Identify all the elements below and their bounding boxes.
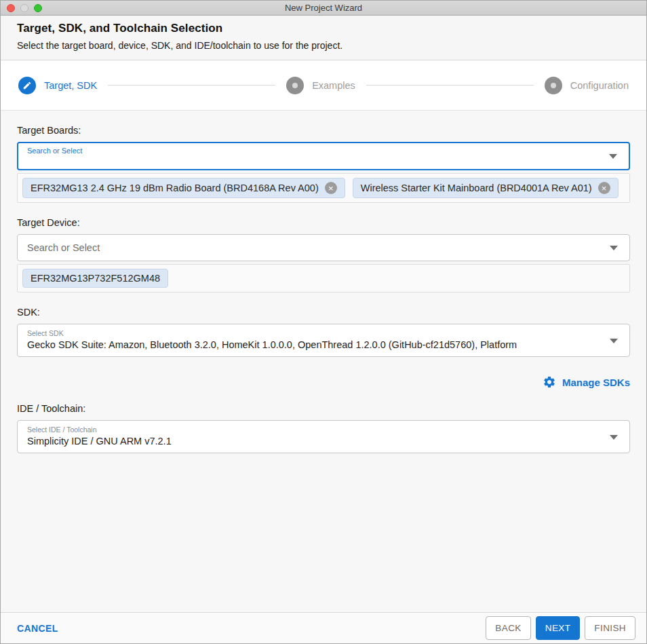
chevron-down-icon[interactable] <box>610 246 618 250</box>
step-connector <box>108 85 275 86</box>
close-window-icon[interactable] <box>7 4 15 12</box>
target-device-select[interactable]: Search or Select <box>17 234 630 261</box>
wizard-stepper: Target, SDK Examples Configuration <box>1 60 646 111</box>
device-chip[interactable]: EFR32MG13P732F512GM48 <box>22 269 168 288</box>
step-label: Target, SDK <box>44 80 97 91</box>
target-boards-label: Target Boards: <box>17 125 630 136</box>
chip-label: Wireless Starter Kit Mainboard (BRD4001A… <box>361 183 592 193</box>
step-label: Examples <box>312 80 355 91</box>
gear-icon <box>543 375 556 389</box>
remove-chip-icon[interactable]: × <box>598 182 610 194</box>
ide-toolchain-select[interactable]: Select IDE / Toolchain Simplicity IDE / … <box>17 420 630 453</box>
step-dot-icon <box>286 77 304 94</box>
finish-button[interactable]: FINISH <box>585 616 635 640</box>
chip-label: EFR32MG13 2.4 GHz 19 dBm Radio Board (BR… <box>31 183 319 193</box>
wizard-footer: CANCEL BACK NEXT FINISH <box>1 612 646 643</box>
sdk-label: SDK: <box>17 307 630 318</box>
zoom-window-icon[interactable] <box>34 4 42 12</box>
wizard-content: Target Boards: Search or Select EFR32MG1… <box>1 111 646 612</box>
step-label: Configuration <box>570 80 629 91</box>
step-target-sdk[interactable]: Target, SDK <box>18 77 97 94</box>
ide-select-value: Simplicity IDE / GNU ARM v7.2.1 <box>27 436 620 447</box>
target-device-chip-tray: EFR32MG13P732F512GM48 <box>17 264 630 292</box>
window-title: New Project Wizard <box>1 3 646 13</box>
step-connector <box>366 85 534 86</box>
chevron-down-icon[interactable] <box>609 154 617 159</box>
back-button[interactable]: BACK <box>486 616 530 640</box>
chip-label: EFR32MG13P732F512GM48 <box>31 273 160 284</box>
wizard-header: Target, SDK, and Toolchain Selection Sel… <box>1 16 646 60</box>
target-device-placeholder: Search or Select <box>27 242 100 253</box>
step-configuration[interactable]: Configuration <box>545 77 629 94</box>
chevron-down-icon[interactable] <box>610 435 618 440</box>
manage-sdks-button[interactable]: Manage SDKs <box>17 375 630 389</box>
remove-chip-icon[interactable]: × <box>325 182 337 194</box>
next-button[interactable]: NEXT <box>536 616 581 640</box>
minimize-window-icon[interactable] <box>20 4 28 12</box>
manage-sdks-label: Manage SDKs <box>562 377 630 388</box>
page-title: Target, SDK, and Toolchain Selection <box>17 22 630 35</box>
target-boards-placeholder: Search or Select <box>27 147 620 155</box>
new-project-wizard-window: New Project Wizard Target, SDK, and Tool… <box>0 0 647 644</box>
target-boards-select[interactable]: Search or Select <box>17 142 630 170</box>
sdk-select-value: Gecko SDK Suite: Amazon, Bluetooth 3.2.0… <box>27 339 620 350</box>
ide-toolchain-label: IDE / Toolchain: <box>17 403 630 414</box>
pencil-icon <box>18 77 36 94</box>
step-examples[interactable]: Examples <box>286 77 355 94</box>
sdk-select-label: Select SDK <box>27 329 620 337</box>
ide-select-label: Select IDE / Toolchain <box>27 425 620 434</box>
traffic-lights <box>7 4 42 12</box>
chevron-down-icon[interactable] <box>610 339 618 343</box>
page-subtitle: Select the target board, device, SDK, an… <box>17 40 630 51</box>
window-titlebar: New Project Wizard <box>1 1 646 16</box>
step-dot-icon <box>545 77 562 94</box>
board-chip[interactable]: Wireless Starter Kit Mainboard (BRD4001A… <box>353 178 619 198</box>
target-device-label: Target Device: <box>17 217 630 228</box>
sdk-select[interactable]: Select SDK Gecko SDK Suite: Amazon, Blue… <box>17 324 630 357</box>
target-boards-chip-tray: EFR32MG13 2.4 GHz 19 dBm Radio Board (BR… <box>17 173 630 203</box>
board-chip[interactable]: EFR32MG13 2.4 GHz 19 dBm Radio Board (BR… <box>22 178 345 198</box>
cancel-button[interactable]: CANCEL <box>17 623 58 634</box>
